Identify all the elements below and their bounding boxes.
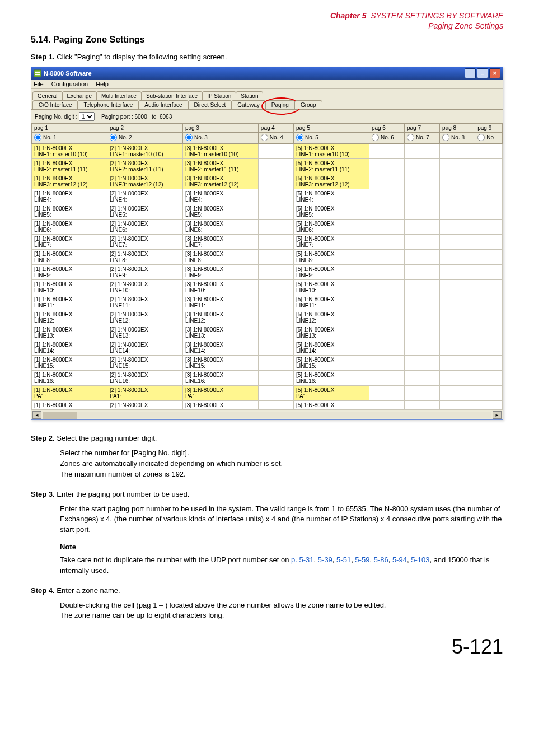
grid-cell[interactable] (475, 280, 503, 295)
grid-cell[interactable] (369, 220, 404, 235)
grid-cell[interactable]: [3] 1:N-8000EXLINE15: (182, 356, 258, 371)
grid-cell[interactable]: [2] 1:N-8000EXLINE3: master12 (12) (107, 174, 182, 189)
grid-cell[interactable] (405, 386, 440, 401)
tab-telephone-interface[interactable]: Telephone Interface (77, 100, 139, 109)
window-minimize-button[interactable]: _ (465, 68, 476, 78)
link-p531[interactable]: p. 5-31 (291, 556, 313, 564)
grid-cell[interactable] (440, 340, 475, 356)
link-p559[interactable]: 5-59 (355, 556, 369, 564)
grid-cell[interactable]: [5] 1:N-8000EX (293, 401, 369, 410)
paging-digit-select[interactable]: 1 (79, 112, 95, 121)
zone-radio-6[interactable] (372, 134, 379, 141)
grid-cell[interactable]: [1] 1:N-8000EXLINE13: (32, 325, 107, 340)
grid-cell[interactable]: [3] 1:N-8000EXLINE2: master11 (11) (182, 159, 258, 174)
zone-radio-2[interactable] (110, 134, 117, 141)
grid-cell[interactable]: [3] 1:N-8000EXPA1: (182, 386, 258, 401)
tab-general[interactable]: General (32, 91, 63, 100)
grid-cell[interactable] (440, 189, 475, 204)
grid-cell[interactable] (405, 401, 440, 410)
grid-cell[interactable]: [5] 1:N-8000EXLINE2: master11 (11) (293, 159, 369, 174)
tab-group[interactable]: Group (294, 100, 322, 109)
grid-cell[interactable]: [5] 1:N-8000EXLINE14: (293, 340, 369, 356)
horizontal-scrollbar[interactable]: ◄ ► (31, 410, 503, 419)
grid-cell[interactable] (258, 340, 293, 356)
grid-cell[interactable]: [3] 1:N-8000EXLINE14: (182, 340, 258, 356)
scroll-left-arrow[interactable]: ◄ (32, 411, 41, 419)
grid-cell[interactable]: [5] 1:N-8000EXLINE1: master10 (10) (293, 144, 369, 159)
grid-cell[interactable] (258, 401, 293, 410)
grid-cell[interactable]: [3] 1:N-8000EXLINE6: (182, 220, 258, 235)
zone-radio-8[interactable] (442, 134, 449, 141)
grid-cell[interactable]: [3] 1:N-8000EXLINE3: master12 (12) (182, 174, 258, 189)
zone-radio-5[interactable] (296, 134, 303, 141)
menu-help[interactable]: Help (96, 81, 109, 87)
tab-audio-interface[interactable]: Audio Interface (138, 100, 188, 109)
tab-exchange[interactable]: Exchange (62, 91, 97, 100)
grid-cell[interactable]: [5] 1:N-8000EXLINE11: (293, 295, 369, 310)
grid-cell[interactable] (405, 280, 440, 295)
grid-cell[interactable]: [3] 1:N-8000EX (182, 401, 258, 410)
grid-cell[interactable] (440, 401, 475, 410)
zone-radio-7[interactable] (407, 134, 414, 141)
grid-cell[interactable]: [5] 1:N-8000EXLINE4: (293, 189, 369, 204)
window-maximize-button[interactable]: □ (477, 68, 488, 78)
grid-cell[interactable] (405, 310, 440, 325)
grid-cell[interactable] (475, 310, 503, 325)
grid-cell[interactable]: [1] 1:N-8000EXLINE7: (32, 235, 107, 250)
grid-cell[interactable] (258, 159, 293, 174)
grid-cell[interactable] (369, 371, 404, 386)
zone-radio-4[interactable] (261, 134, 268, 141)
grid-cell[interactable] (405, 340, 440, 356)
grid-cell[interactable] (258, 310, 293, 325)
grid-cell[interactable] (369, 325, 404, 340)
grid-cell[interactable]: [1] 1:N-8000EXLINE10: (32, 280, 107, 295)
grid-cell[interactable] (440, 310, 475, 325)
grid-cell[interactable] (369, 144, 404, 159)
grid-cell[interactable] (440, 265, 475, 280)
grid-cell[interactable]: [3] 1:N-8000EXLINE10: (182, 280, 258, 295)
grid-cell[interactable] (405, 144, 440, 159)
grid-cell[interactable]: [1] 1:N-8000EXLINE8: (32, 250, 107, 265)
grid-cell[interactable]: [1] 1:N-8000EXLINE16: (32, 371, 107, 386)
grid-cell[interactable] (440, 280, 475, 295)
grid-cell[interactable]: [1] 1:N-8000EXLINE4: (32, 189, 107, 204)
grid-cell[interactable]: [2] 1:N-8000EXLINE11: (107, 295, 182, 310)
link-p5103[interactable]: 5-103 (411, 556, 429, 564)
grid-cell[interactable] (369, 356, 404, 371)
grid-cell[interactable] (258, 220, 293, 235)
tab-ip-station[interactable]: IP Station (202, 91, 236, 100)
link-p551[interactable]: 5-51 (336, 556, 351, 564)
grid-cell[interactable] (369, 204, 404, 220)
grid-cell[interactable]: [5] 1:N-8000EXLINE16: (293, 371, 369, 386)
grid-cell[interactable]: [1] 1:N-8000EXLINE3: master12 (12) (32, 174, 107, 189)
grid-cell[interactable] (369, 340, 404, 356)
grid-cell[interactable] (405, 235, 440, 250)
grid-cell[interactable]: [3] 1:N-8000EXLINE9: (182, 265, 258, 280)
grid-cell[interactable]: [1] 1:N-8000EXLINE12: (32, 310, 107, 325)
link-p586[interactable]: 5-86 (374, 556, 388, 564)
grid-cell[interactable]: [1] 1:N-8000EXLINE5: (32, 204, 107, 220)
grid-cell[interactable]: [5] 1:N-8000EXLINE3: master12 (12) (293, 174, 369, 189)
grid-cell[interactable]: [5] 1:N-8000EXLINE8: (293, 250, 369, 265)
grid-cell[interactable]: [3] 1:N-8000EXLINE11: (182, 295, 258, 310)
grid-cell[interactable] (440, 325, 475, 340)
grid-cell[interactable] (369, 250, 404, 265)
link-p594[interactable]: 5-94 (392, 556, 407, 564)
grid-cell[interactable] (440, 220, 475, 235)
grid-cell[interactable] (475, 356, 503, 371)
grid-cell[interactable]: [1] 1:N-8000EXLINE14: (32, 340, 107, 356)
grid-cell[interactable] (440, 174, 475, 189)
grid-cell[interactable] (405, 220, 440, 235)
grid-cell[interactable]: [2] 1:N-8000EXPA1: (107, 386, 182, 401)
grid-cell[interactable] (369, 189, 404, 204)
grid-cell[interactable]: [2] 1:N-8000EXLINE14: (107, 340, 182, 356)
scroll-right-arrow[interactable]: ► (493, 411, 502, 419)
grid-cell[interactable]: [2] 1:N-8000EXLINE8: (107, 250, 182, 265)
grid-cell[interactable] (475, 189, 503, 204)
grid-cell[interactable]: [5] 1:N-8000EXLINE9: (293, 265, 369, 280)
grid-cell[interactable] (258, 325, 293, 340)
grid-cell[interactable] (440, 371, 475, 386)
grid-cell[interactable] (405, 159, 440, 174)
grid-cell[interactable] (440, 144, 475, 159)
grid-cell[interactable]: [2] 1:N-8000EX (107, 401, 182, 410)
